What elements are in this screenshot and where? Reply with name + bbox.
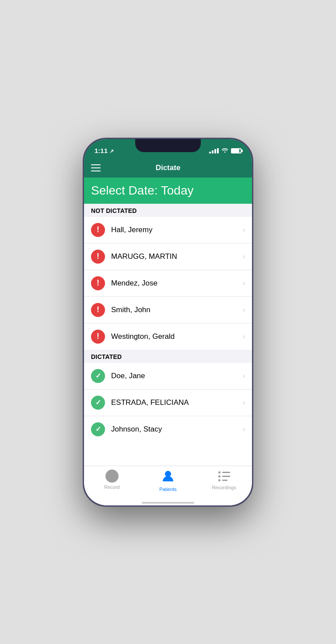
recordings-row-1 — [218, 471, 230, 473]
wifi-icon — [221, 147, 228, 154]
list-item[interactable]: MARUGG, MARTIN › — [84, 244, 252, 270]
list-line — [222, 476, 230, 477]
content-area: NOT DICTATED Hall, Jeremy › MARUGG, MART… — [84, 204, 252, 466]
patient-name: MARUGG, MARTIN — [111, 252, 243, 261]
chevron-icon: › — [243, 399, 245, 407]
battery-icon — [231, 148, 242, 153]
patient-name: Doe, Jane — [111, 372, 243, 380]
home-bar — [142, 502, 194, 504]
list-dot — [218, 471, 220, 473]
chevron-icon: › — [243, 306, 245, 314]
signal-bar-3 — [214, 149, 216, 153]
success-icon: ✓ — [91, 369, 105, 383]
list-line — [222, 480, 228, 481]
notch — [135, 139, 201, 152]
list-dot — [218, 479, 220, 481]
hamburger-line-2 — [91, 167, 101, 168]
hamburger-line-3 — [91, 171, 101, 171]
battery-fill — [232, 149, 239, 153]
chevron-icon: › — [243, 425, 245, 433]
signal-bars-icon — [209, 148, 219, 153]
tab-recordings-label: Recordings — [212, 485, 236, 490]
error-icon — [91, 303, 105, 317]
content-spacer — [84, 442, 252, 466]
recordings-row-3 — [218, 479, 230, 481]
success-icon: ✓ — [91, 422, 105, 436]
list-line — [222, 472, 230, 473]
tab-bar: Record Patients — [84, 466, 252, 502]
not-dictated-list: Hall, Jeremy › MARUGG, MARTIN › Mendez, … — [84, 217, 252, 350]
chevron-icon: › — [243, 333, 245, 341]
nav-bar: Dictate — [84, 158, 252, 178]
dictated-list: ✓ Doe, Jane › ✓ ESTRADA, FELICIANA › ✓ — [84, 363, 252, 442]
svg-point-0 — [165, 471, 171, 477]
dictated-header: DICTATED — [84, 350, 252, 363]
phone-screen: 1:11 ↗ — [84, 139, 252, 505]
list-dot — [218, 475, 220, 477]
error-icon — [91, 276, 105, 290]
hamburger-line-1 — [91, 164, 101, 165]
list-item[interactable]: Hall, Jeremy › — [84, 217, 252, 244]
chevron-icon: › — [243, 372, 245, 380]
patient-name: Hall, Jeremy — [111, 226, 243, 234]
status-time: 1:11 ↗ — [94, 147, 114, 154]
chevron-icon: › — [243, 253, 245, 261]
phone-frame: 1:11 ↗ — [83, 138, 253, 507]
record-icon — [105, 470, 119, 483]
patient-name: Smith, John — [111, 306, 243, 314]
location-arrow: ↗ — [109, 148, 114, 154]
home-indicator — [84, 502, 252, 505]
nav-title: Dictate — [156, 164, 181, 172]
signal-bar-2 — [212, 150, 214, 153]
time-display: 1:11 — [94, 147, 108, 154]
list-item[interactable]: Smith, John › — [84, 297, 252, 324]
status-icons — [209, 147, 242, 154]
tab-patients[interactable]: Patients — [155, 470, 181, 492]
patients-icon — [161, 470, 175, 485]
patient-name: ESTRADA, FELICIANA — [111, 398, 243, 407]
chevron-icon: › — [243, 226, 245, 234]
error-icon — [91, 223, 105, 237]
tab-patients-label: Patients — [159, 487, 177, 492]
tab-record[interactable]: Record — [99, 470, 125, 490]
signal-bar-1 — [209, 152, 211, 153]
list-item[interactable]: ✓ Doe, Jane › — [84, 363, 252, 390]
success-icon: ✓ — [91, 396, 105, 410]
list-item[interactable]: Mendez, Jose › — [84, 270, 252, 297]
signal-bar-4 — [217, 148, 219, 153]
error-icon — [91, 250, 105, 264]
date-selector-text: Select Date: Today — [91, 184, 194, 197]
checkmark-icon: ✓ — [95, 398, 101, 407]
checkmark-icon: ✓ — [95, 372, 101, 380]
chevron-icon: › — [243, 279, 245, 287]
patient-name: Johnson, Stacy — [111, 425, 243, 434]
error-icon — [91, 330, 105, 344]
recordings-icon — [218, 470, 230, 483]
recordings-row-2 — [218, 475, 230, 477]
checkmark-icon: ✓ — [95, 425, 101, 433]
patient-name: Mendez, Jose — [111, 279, 243, 288]
list-item[interactable]: ✓ ESTRADA, FELICIANA › — [84, 390, 252, 416]
tab-recordings[interactable]: Recordings — [211, 470, 237, 490]
hamburger-button[interactable] — [91, 164, 101, 171]
tab-record-label: Record — [104, 484, 119, 490]
patient-name: Westington, Gerald — [111, 332, 243, 341]
date-selector[interactable]: Select Date: Today — [84, 178, 252, 204]
list-item[interactable]: Westington, Gerald › — [84, 324, 252, 350]
not-dictated-header: NOT DICTATED — [84, 204, 252, 217]
list-item[interactable]: ✓ Johnson, Stacy › — [84, 416, 252, 442]
